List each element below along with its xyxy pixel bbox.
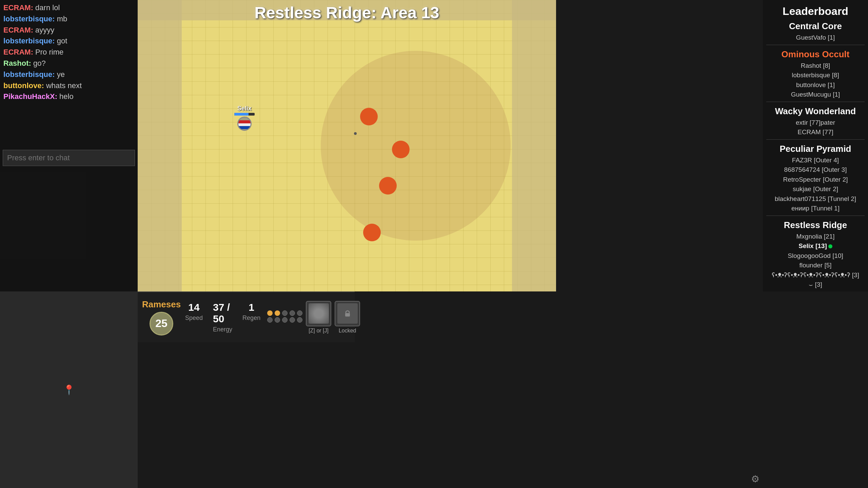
xp-dot-6 (267, 317, 273, 323)
lb-section-title: Central Core (766, 21, 865, 32)
chat-message: ECRAM: Pro rime (3, 47, 134, 58)
skill-box-2[interactable] (335, 301, 360, 326)
chat-text: ayyyy (35, 26, 54, 34)
enemy-blob-4 (363, 224, 381, 241)
skills-section: [Z] or [J] Locked (306, 301, 360, 334)
lb-entry: wish [3] (766, 290, 865, 292)
skill-box-inner-1 (309, 303, 329, 324)
enemy-blob-3 (379, 177, 397, 195)
lb-entry: Rashot [8] (766, 61, 865, 71)
lb-entry: ECRAM [77] (766, 127, 865, 137)
lb-entry: ениир [Tunnel 1] (766, 204, 865, 214)
chat-input[interactable] (3, 150, 135, 166)
online-indicator (828, 244, 832, 248)
chat-text: go? (33, 59, 46, 67)
flag-blue (238, 126, 251, 129)
xp-dot-4 (290, 310, 295, 316)
xp-dot-5 (297, 310, 302, 316)
skill-label-2: Locked (339, 328, 356, 334)
xp-dot-7 (275, 317, 280, 323)
lb-entry: ⌣ [3] (766, 280, 865, 290)
chat-text: ye (57, 70, 65, 79)
lb-entry: flounder [5] (766, 261, 865, 270)
chat-panel: ECRAM: darn lollobsterbisque: mbECRAM: a… (0, 0, 138, 291)
chat-message: ECRAM: ayyyy (3, 25, 134, 36)
chat-message: PikachuHackX: helo (3, 92, 134, 102)
lb-entry: blackheart071125 [Tunnel 2] (766, 194, 865, 204)
lb-section-central-core: Central CoreGuestVafo [1] (766, 21, 865, 45)
chat-message: ECRAM: darn lol (3, 3, 134, 13)
lb-entry: sukjae [Outer 2] (766, 184, 865, 194)
xp-row-1 (267, 310, 302, 316)
chat-username: lobsterbisque: (3, 37, 57, 45)
chat-input-container (3, 150, 135, 166)
chat-message: buttonlove: whats next (3, 81, 134, 91)
chat-message: lobsterbisque: got (3, 36, 134, 46)
skill-box-1[interactable] (306, 301, 331, 326)
chat-text: got (57, 37, 67, 45)
regen-value: 1 (249, 302, 254, 313)
player-health-bar (234, 113, 255, 116)
lb-entry: Mxgnolia [21] (766, 232, 865, 242)
lb-entry: SlogoogooGod [10] (766, 251, 865, 261)
enemy-blob-1 (360, 108, 378, 125)
lb-section-restless-ridge: Restless RidgeMxgnolia [21]Selix [13]Slo… (766, 220, 865, 292)
player-flag (238, 120, 251, 129)
lb-section-title: Restless Ridge (766, 220, 865, 230)
chat-username: ECRAM: (3, 48, 35, 56)
lb-divider (766, 45, 865, 45)
flag-red (238, 120, 251, 123)
chat-message: Rashot: go? (3, 58, 134, 69)
leaderboard-panel: Leaderboard Central CoreGuestVafo [1]Omi… (763, 0, 868, 291)
sand-border-right (512, 0, 556, 291)
lb-entry: buttonlove [1] (766, 80, 865, 90)
lb-entry: GuestMucugu [1] (766, 90, 865, 100)
sand-border-left (138, 0, 182, 291)
player-health-fill (234, 113, 249, 116)
player-name-hud: Rameses (142, 299, 181, 310)
chat-text: helo (59, 92, 74, 101)
skill-slot-2: Locked (335, 301, 360, 334)
flag-white (238, 123, 251, 126)
chat-text: mb (57, 15, 67, 23)
lb-section-title: Peculiar Pyramid (766, 144, 865, 154)
speed-value: 14 (188, 302, 199, 313)
minimap-area: 📍 (0, 291, 138, 488)
chat-username: ECRAM: (3, 26, 35, 34)
game-area: Selix Restless Ridge: Area 13 (138, 0, 556, 291)
xp-section (267, 310, 302, 324)
lb-entry: FAZ3R [Outer 4] (766, 156, 865, 165)
chat-text: whats next (46, 81, 82, 90)
enemy-zone-circle (321, 51, 511, 241)
chat-text: Pro rime (35, 48, 63, 56)
stats-section: 14 Speed 37 / 50 Energy 1 Regen (185, 302, 260, 333)
speed-label: Speed (185, 314, 203, 322)
chat-username: buttonlove: (3, 81, 46, 90)
xp-dot-2 (275, 310, 280, 316)
settings-gear-button[interactable]: ⚙ (751, 473, 760, 485)
lb-entry: ʕ•ᴥ•ʔʕ•ᴥ•ʔʕ•ᴥ•ʔʕ•ᴥ•ʔʕ•ᴥ•ʔ [3] (766, 270, 865, 280)
svg-rect-0 (345, 313, 350, 317)
xp-dot-3 (282, 310, 288, 316)
map-icon: 📍 (63, 384, 75, 395)
chat-message: lobsterbisque: ye (3, 69, 134, 80)
lb-entry: extir [77]pater (766, 118, 865, 128)
speed-stat: 14 Speed (185, 302, 203, 322)
lb-section-title: Wacky Wonderland (766, 106, 865, 117)
chat-text: darn lol (35, 3, 60, 12)
chat-username: lobsterbisque: (3, 70, 57, 79)
xp-row-2 (267, 317, 302, 323)
xp-dot-9 (290, 317, 295, 323)
leaderboard-title: Leaderboard (766, 5, 865, 18)
player-level-circle: 25 (150, 312, 173, 336)
regen-stat: 1 Regen (242, 302, 260, 322)
player-level-section: Rameses 25 (144, 299, 178, 336)
player-character: Selix (234, 105, 255, 131)
lb-entry: GuestVafo [1] (766, 33, 865, 43)
xp-dot-1 (267, 310, 273, 316)
chat-message: lobsterbisque: mb (3, 14, 134, 24)
lb-section-peculiar-pyramid: Peculiar PyramidFAZ3R [Outer 4]868756472… (766, 144, 865, 216)
lb-section-ominous-occult: Ominous OccultRashot [8]lobsterbisque [8… (766, 49, 865, 102)
energy-value: 37 / 50 (213, 302, 232, 325)
game-title: Restless Ridge: Area 13 (254, 3, 439, 22)
